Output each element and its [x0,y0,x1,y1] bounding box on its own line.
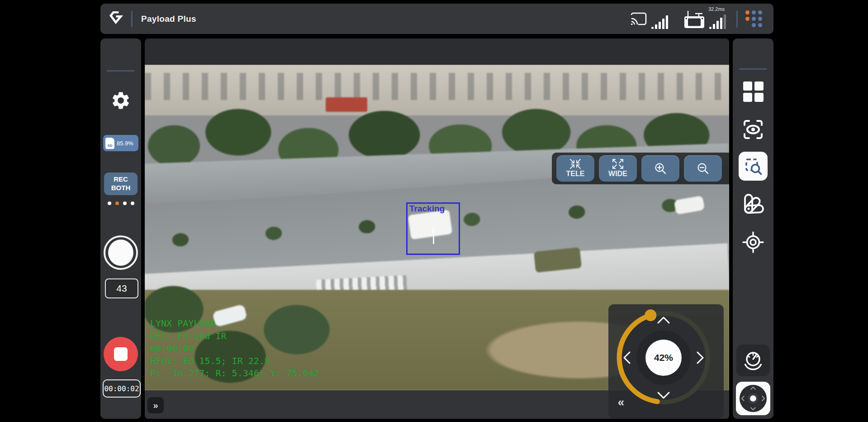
select-search-icon [744,157,763,176]
osd-line: HFOV: EO 15.5; IR 22.9 [150,355,319,368]
top-bar: Payload Plus 32.2ms [100,4,773,34]
rc-signal-icon [709,14,726,29]
osd-line: REC: EO and IR [150,330,319,343]
right-sidebar [733,38,773,419]
swatches-palette-icon [741,192,765,216]
video-panel: Tracking LYNX PAYLOAD REC: EO and IR 00:… [145,38,729,419]
left-sidebar: SD 85.9% REC BOTH 43 00:00:02 [100,38,141,419]
target-crosshair-icon [741,230,765,254]
eye-detect-icon [741,118,765,141]
tracking-label: Tracking [409,204,445,214]
gimbal-center-button[interactable] [733,230,773,255]
osd-telemetry: LYNX PAYLOAD REC: EO and IR 00:00:00 HFO… [150,317,319,380]
zoom-controls: TELE WIDE [552,153,729,184]
rc-controller-icon [683,10,706,29]
wide-button[interactable]: WIDE [599,155,637,182]
recording-timer: 00:00:02 [103,379,141,398]
osd-line: 00:00:00 [150,342,319,355]
app-title: Payload Plus [141,4,196,34]
camera-center-mark [433,229,434,244]
gimbal-joystick[interactable] [736,382,770,415]
collapse-dial-button[interactable]: « [613,395,629,409]
compress-arrows-icon [569,159,581,169]
topbar-divider [131,11,133,27]
layout-grid-button[interactable] [733,81,773,102]
expand-arrows-icon [612,159,624,169]
zoom-out-icon [696,162,710,175]
palette-button[interactable] [733,192,773,217]
dial-knob[interactable] [645,309,656,321]
speedometer-icon [742,350,764,371]
expand-toolbar-button[interactable]: » [147,397,164,413]
photo-shutter-button[interactable] [104,235,138,270]
latency-readout: 32.2ms [708,6,725,12]
zoom-in-button[interactable] [641,155,679,182]
record-stop-button[interactable] [104,337,138,371]
tele-button[interactable]: TELE [556,155,594,182]
speed-gauge-button[interactable] [736,345,770,376]
track-search-tool-button-active[interactable] [739,152,768,181]
apps-menu-icon[interactable] [745,10,762,27]
sd-card-status: SD 85.9% [103,135,138,151]
settings-gear-icon[interactable] [110,90,131,111]
sidebar-divider [739,68,767,70]
app-root: Payload Plus 32.2ms [0,0,868,422]
photo-counter: 43 [105,278,138,298]
sd-card-icon: SD [105,138,114,149]
pagination-dots[interactable] [100,201,141,205]
rec-both-button[interactable]: REC BOTH [104,173,138,195]
ai-detection-button[interactable] [733,117,773,142]
zoom-in-icon [654,162,667,175]
dial-value: 42% [645,340,682,376]
sidebar-divider [107,70,135,72]
joystick-pad-icon [739,384,768,413]
osd-line: LYNX PAYLOAD [150,317,319,330]
sd-percent: 85.9% [117,140,133,147]
cast-signal-icon [651,15,668,29]
zoom-out-button[interactable] [684,155,722,182]
osd-line: P: -16.277; R: 5.346; Y: 75.042 [150,367,319,380]
gimbal-dial-panel: 42% « [608,304,724,419]
cast-icon[interactable] [629,11,648,27]
grid-icon [743,82,764,102]
topbar-divider [736,10,738,28]
brand-logo-icon [108,10,124,27]
